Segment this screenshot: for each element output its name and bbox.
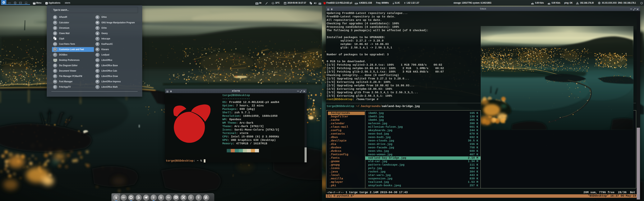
svg-text:A: A <box>46 2 47 4</box>
